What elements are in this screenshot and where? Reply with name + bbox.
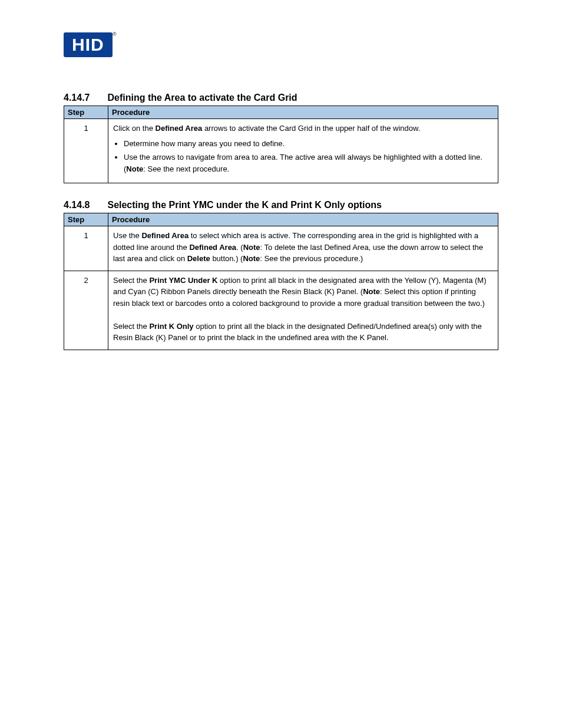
text-bold: Note [243,254,260,263]
table-4-14-7: Step Procedure 1 Click on the Defined Ar… [64,106,498,183]
section-heading: Defining the Area to activate the Card G… [107,93,297,103]
logo-reg: ® [113,31,117,37]
table-row: 2 Select the Print YMC Under K option to… [64,271,498,350]
step-number: 1 [64,226,108,271]
list-item: Use the arrows to navigate from area to … [124,151,493,174]
text-bold: Note [126,164,143,173]
text-bold: Print YMC Under K [149,276,217,285]
col-header-step: Step [64,106,108,119]
text: : See the previous procedure.) [260,254,363,263]
section-number: 4.14.8 [64,200,105,210]
step-number: 2 [64,271,108,350]
col-header-step: Step [64,213,108,226]
section-number: 4.14.7 [64,93,105,103]
text-bold: Defined Area [189,243,236,252]
text: button.) ( [210,254,243,263]
procedure-cell: Select the Print YMC Under K option to p… [108,271,498,350]
section-heading: Selecting the Print YMC under the K and … [107,200,382,210]
text: : See the next procedure. [143,164,229,173]
section-4-14-7-title: 4.14.7 Defining the Area to activate the… [64,93,498,103]
procedure-cell: Use the Defined Area to select which are… [108,226,498,271]
step-number: 1 [64,119,108,183]
list-item: Determine how many areas you need to def… [124,138,493,150]
text: . ( [236,243,243,252]
table-row: 1 Use the Defined Area to select which a… [64,226,498,271]
text-bold: Print K Only [149,322,193,331]
text-bold: Defined Area [141,231,189,240]
text-bold: Defined Area [156,124,203,133]
text-bold: Delete [187,254,210,263]
procedure-cell: Click on the Defined Area arrows to acti… [108,119,498,183]
table-row: 1 Click on the Defined Area arrows to ac… [64,119,498,183]
text: Click on the [113,124,156,133]
text: arrows to activate the Card Grid in the … [202,124,420,133]
logo-text: HID ® [64,32,113,57]
col-header-procedure: Procedure [108,106,498,119]
logo-label: HID [72,35,104,54]
text: Select the [113,276,149,285]
text: Select the [113,322,149,331]
section-4-14-8-title: 4.14.8 Selecting the Print YMC under the… [64,200,498,210]
table-4-14-8: Step Procedure 1 Use the Defined Area to… [64,213,498,350]
logo: HID ® [64,32,498,57]
col-header-procedure: Procedure [108,213,498,226]
bullet-list: Determine how many areas you need to def… [124,138,493,175]
text-bold: Note [363,287,380,296]
text: Use the [113,231,141,240]
text-bold: Note [243,243,260,252]
